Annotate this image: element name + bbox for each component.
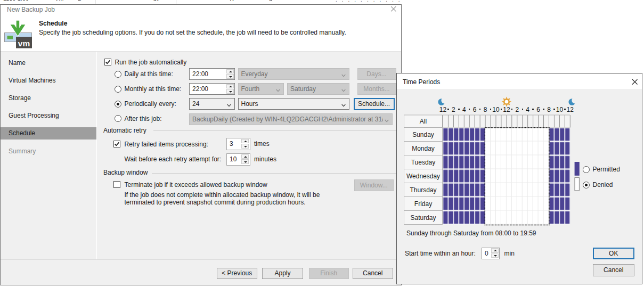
- svg-text:vm: vm: [18, 39, 30, 48]
